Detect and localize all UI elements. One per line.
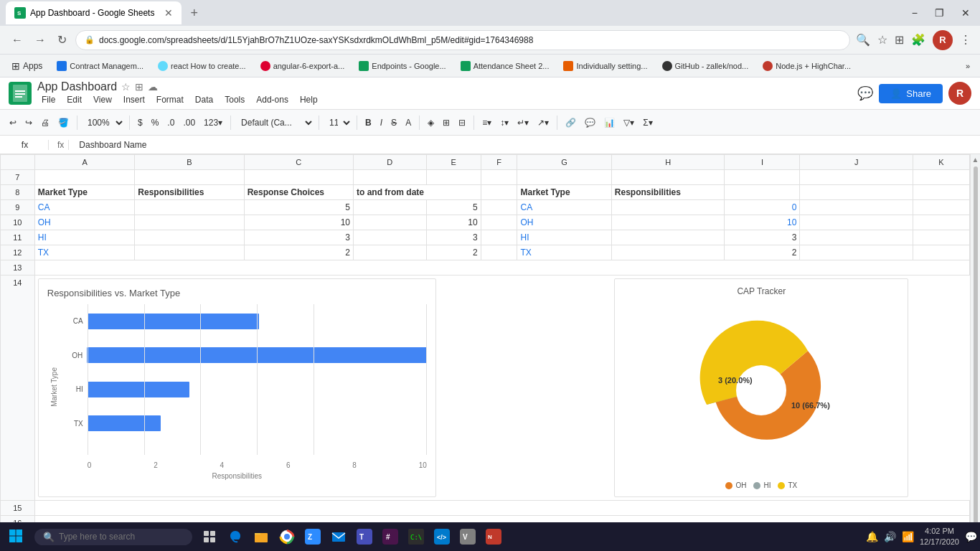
tab-close-button[interactable]: ✕ <box>164 7 173 19</box>
cell-i8[interactable] <box>725 185 800 200</box>
bold-button[interactable]: B <box>362 116 375 130</box>
col-header-e[interactable]: E <box>426 155 481 170</box>
align-v-button[interactable]: ↕▾ <box>496 116 512 130</box>
cell-h10[interactable] <box>611 215 725 230</box>
cell-c7[interactable] <box>244 170 353 185</box>
menu-insert[interactable]: Insert <box>119 93 149 106</box>
wrap-button[interactable]: ↵▾ <box>514 116 532 130</box>
close-button[interactable]: ✕ <box>957 6 974 20</box>
cloud-icon[interactable]: ☁ <box>148 81 158 93</box>
cell-b7[interactable] <box>135 170 244 185</box>
menu-file[interactable]: File <box>37 93 60 106</box>
col-header-i[interactable]: I <box>725 155 800 170</box>
cell-f7[interactable] <box>481 170 517 185</box>
minimize-button[interactable]: − <box>908 6 922 20</box>
windows-start-button[interactable] <box>3 526 29 548</box>
cell-d9[interactable] <box>353 200 426 215</box>
cell-k8[interactable] <box>913 185 970 200</box>
cell-d11[interactable] <box>353 230 426 245</box>
col-header-f[interactable]: F <box>481 155 517 170</box>
cell-a9[interactable]: CA <box>34 200 135 215</box>
cell-h7[interactable] <box>611 170 725 185</box>
cell-k11[interactable] <box>913 230 970 245</box>
undo-button[interactable]: ↩ <box>6 116 20 130</box>
cell-b9[interactable] <box>135 200 244 215</box>
col-header-k[interactable]: K <box>913 155 970 170</box>
menu-format[interactable]: Format <box>152 93 188 106</box>
cell-b12[interactable] <box>135 245 244 260</box>
cell-13[interactable] <box>34 260 969 276</box>
cell-i11[interactable]: 3 <box>725 230 800 245</box>
increase-decimal[interactable]: .00 <box>179 116 199 130</box>
cell-f11[interactable] <box>481 230 517 245</box>
sheets-doc-title[interactable]: App Dashboard <box>37 80 117 93</box>
cmd-icon[interactable]: C:\ <box>405 525 428 548</box>
active-tab[interactable]: S App Dashboard - Google Sheets ✕ <box>6 1 182 24</box>
menu-data[interactable]: Data <box>191 93 217 106</box>
cell-i9[interactable]: 0 <box>725 200 800 215</box>
cell-i10[interactable]: 10 <box>725 215 800 230</box>
decrease-decimal[interactable]: .0 <box>164 116 178 130</box>
cell-b10[interactable] <box>135 215 244 230</box>
action-center-icon[interactable]: 💬 <box>965 531 977 542</box>
forward-button[interactable]: → <box>32 31 49 50</box>
taskbar-search-bar[interactable]: 🔍 <box>34 529 192 545</box>
menu-view[interactable]: View <box>89 93 116 106</box>
filter-button[interactable]: ▽▾ <box>620 116 638 130</box>
cell-d7[interactable] <box>353 170 426 185</box>
cell-h9[interactable] <box>611 200 725 215</box>
reload-button[interactable]: ↻ <box>55 30 70 50</box>
grid-icon[interactable]: ⊞ <box>135 81 143 93</box>
merge-button[interactable]: ⊟ <box>455 116 469 130</box>
cell-c9[interactable]: 5 <box>244 200 353 215</box>
zoom-select[interactable]: 100% <box>82 116 125 130</box>
notification-icon[interactable]: 🔔 <box>866 531 878 542</box>
cell-d10[interactable] <box>353 215 426 230</box>
cell-j9[interactable] <box>800 200 913 215</box>
col-header-c[interactable]: C <box>244 155 353 170</box>
bookmarks-more-button[interactable]: » <box>961 60 974 72</box>
pie-chart-cell[interactable]: CAP Tracker <box>611 276 969 501</box>
share-button[interactable]: 👤 Share <box>879 84 943 103</box>
format123-button[interactable]: 123▾ <box>200 116 226 130</box>
extensions-button[interactable]: ⊞ <box>895 33 904 47</box>
cell-c8[interactable]: Response Choices <box>244 185 353 200</box>
cell-h12[interactable] <box>611 245 725 260</box>
cell-j8[interactable] <box>800 185 913 200</box>
cell-i12[interactable]: 2 <box>725 245 800 260</box>
highlight-button[interactable]: ◈ <box>424 116 438 130</box>
cell-f10[interactable] <box>481 215 517 230</box>
cell-j7[interactable] <box>800 170 913 185</box>
bar-chart[interactable]: Responsibilities vs. Market Type Market … <box>38 278 436 497</box>
profile-button[interactable]: R <box>933 30 953 50</box>
print-button[interactable]: 🖨 <box>37 116 53 130</box>
cell-b8[interactable]: Responsibilities <box>135 185 244 200</box>
redo-button[interactable]: ↪ <box>22 116 36 130</box>
cell-e12[interactable]: 2 <box>426 245 481 260</box>
menu-button[interactable]: ⋮ <box>960 33 971 47</box>
cell-f8[interactable] <box>481 185 517 200</box>
back-button[interactable]: ← <box>9 31 26 50</box>
bookmark-node[interactable]: Node.js + HighChar... <box>757 60 857 72</box>
cell-a12[interactable]: TX <box>34 245 135 260</box>
col-header-d[interactable]: D <box>353 155 426 170</box>
cell-a10[interactable]: OH <box>34 215 135 230</box>
url-bar[interactable]: 🔒 docs.google.com/spreadsheets/d/1L5Yjah… <box>75 30 850 50</box>
cell-e7[interactable] <box>426 170 481 185</box>
cell-k12[interactable] <box>913 245 970 260</box>
slack-icon[interactable]: # <box>379 525 402 548</box>
cell-h11[interactable] <box>611 230 725 245</box>
col-header-b[interactable]: B <box>135 155 244 170</box>
percent-button[interactable]: % <box>148 116 163 130</box>
cell-f9[interactable] <box>481 200 517 215</box>
cell-j12[interactable] <box>800 245 913 260</box>
extension2-button[interactable]: 🧩 <box>911 33 925 47</box>
bookmark-github[interactable]: GitHub - zallek/nod... <box>656 60 755 72</box>
currency-button[interactable]: $ <box>134 116 146 130</box>
cell-h8[interactable]: Responsibilities <box>611 185 725 200</box>
cell-c12[interactable]: 2 <box>244 245 353 260</box>
col-header-h[interactable]: H <box>611 155 725 170</box>
maximize-button[interactable]: ❐ <box>930 6 948 20</box>
chart-button[interactable]: 📊 <box>600 116 618 130</box>
bookmark-apps[interactable]: ⊞ Apps <box>6 59 48 73</box>
